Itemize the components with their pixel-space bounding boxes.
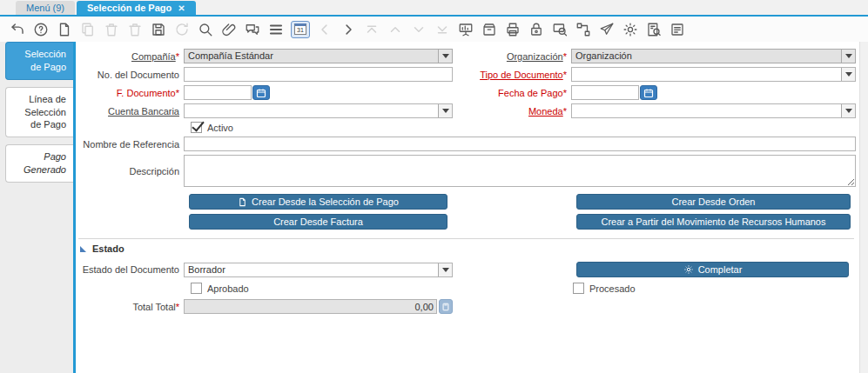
note-icon [238, 197, 247, 207]
calculator-button [439, 299, 453, 314]
close-tab-icon[interactable]: ✕ [178, 3, 185, 13]
delete-selection-icon [126, 21, 144, 38]
sidebar-tab-pago-generado[interactable]: Pago Generado [5, 144, 73, 183]
f-documento-input[interactable] [184, 85, 252, 100]
save-icon[interactable] [150, 21, 167, 38]
label-nombre-referencia: Nombre de Referencia [78, 139, 179, 150]
compania-select: Compañía Estándar [184, 49, 453, 63]
label-estado-documento: Estado del Documento [78, 264, 179, 275]
procesado-checkbox[interactable] [573, 283, 584, 294]
send-icon[interactable] [598, 21, 616, 38]
crear-desde-orden-button[interactable]: Crear Desde Orden [576, 194, 851, 210]
chevron-down-icon [438, 263, 452, 276]
collapse-group-icon[interactable] [80, 246, 86, 252]
crear-desde-rrhh-button[interactable]: Crear a Partir del Movimiento de Recurso… [576, 214, 851, 230]
total-input [184, 299, 437, 314]
report-icon[interactable] [457, 21, 474, 38]
chevron-down-icon [438, 50, 452, 63]
tab-menu[interactable]: Menú (9) [16, 1, 75, 15]
new-record-icon[interactable] [56, 21, 73, 38]
estado-documento-select[interactable]: Borrador [184, 263, 453, 277]
chevron-down-icon [438, 104, 452, 117]
refresh-icon [173, 21, 191, 38]
window-tab-bar: Menú (9) Selección de Pago ✕ [0, 0, 868, 15]
label-moneda[interactable]: Moneda* [457, 106, 567, 117]
help-icon[interactable] [32, 21, 50, 38]
find-icon[interactable] [197, 21, 214, 38]
tab-sidebar: Selección de Pago Línea de Selección de … [0, 42, 73, 373]
tipo-documento-select[interactable] [571, 67, 856, 82]
crear-desde-seleccion-button[interactable]: Crear Desde la Selección de Pago [189, 194, 447, 210]
label-descripcion: Descripción [78, 166, 179, 177]
activo-label: Activo [207, 123, 233, 133]
crear-desde-factura-button[interactable]: Crear Desde Factura [189, 214, 447, 230]
label-compania[interactable]: Compañía* [78, 51, 179, 62]
scrollbar[interactable] [859, 42, 868, 373]
last-record-icon [434, 21, 451, 38]
moneda-select[interactable] [571, 103, 856, 118]
activo-checkbox[interactable] [191, 122, 202, 133]
label-fecha-pago: Fecha de Pago* [457, 88, 567, 98]
chat-icon[interactable] [244, 21, 261, 38]
first-record-icon [363, 21, 380, 38]
next-record-icon[interactable] [340, 21, 357, 38]
aprobado-label: Aprobado [207, 283, 249, 294]
report-view-icon[interactable] [669, 21, 686, 38]
no-documento-input[interactable] [184, 67, 453, 82]
workflow-icon[interactable] [575, 21, 592, 38]
delete-record-icon [103, 21, 120, 38]
zoom-across-icon[interactable] [551, 21, 569, 38]
detail-record-icon [410, 21, 427, 38]
chevron-down-icon [841, 104, 855, 117]
calendar-glyph: 31 [294, 23, 306, 35]
lock-icon[interactable] [528, 21, 545, 38]
undo-icon[interactable] [9, 21, 26, 38]
preference-icon[interactable] [622, 21, 639, 38]
chevron-down-icon [841, 68, 855, 81]
gear-icon [683, 264, 694, 275]
aprobado-checkbox[interactable] [191, 283, 202, 294]
label-cuenta-bancaria[interactable]: Cuenta Bancaria [78, 106, 179, 117]
cuenta-bancaria-select[interactable] [184, 103, 453, 118]
copy-record-icon [79, 21, 97, 38]
f-documento-calendar-button[interactable] [252, 85, 270, 100]
nombre-referencia-input[interactable] [184, 137, 856, 151]
tab-seleccion-de-pago[interactable]: Selección de Pago ✕ [77, 1, 196, 15]
archive-icon[interactable] [481, 21, 498, 38]
estado-group-title: Estado [92, 243, 124, 254]
parent-record-icon [387, 21, 404, 38]
previous-record-icon [316, 21, 333, 38]
descripcion-textarea[interactable] [184, 155, 856, 187]
calendar-icon[interactable]: 31 [291, 21, 310, 38]
completar-button[interactable]: Completar [576, 262, 849, 277]
label-f-documento: F. Documento* [78, 88, 179, 98]
form-panel: Compañía* Compañía Estándar Organización… [76, 42, 868, 373]
print-icon[interactable] [504, 21, 521, 38]
organizacion-select: Organización [571, 49, 856, 63]
label-no-documento: No. del Documento [78, 70, 179, 80]
label-total: Total Total* [78, 302, 179, 312]
toolbar: 31 [0, 17, 868, 42]
estado-group: Estado Estado del Documento Borrador Com… [78, 238, 854, 314]
attachment-icon[interactable] [220, 21, 238, 38]
archive-viewer-icon[interactable] [645, 21, 663, 38]
fecha-pago-input[interactable] [571, 85, 639, 100]
label-tipo-documento[interactable]: Tipo de Documento* [457, 70, 567, 80]
sidebar-tab-seleccion-de-pago[interactable]: Selección de Pago [5, 42, 73, 80]
chevron-down-icon [841, 50, 855, 63]
fecha-pago-calendar-button[interactable] [640, 85, 657, 100]
procesado-label: Procesado [589, 283, 636, 294]
label-organizacion[interactable]: Organización* [457, 51, 567, 62]
sidebar-tab-linea-de-seleccion[interactable]: Línea de Selección de Pago [5, 87, 73, 138]
grid-toggle-icon[interactable] [267, 21, 285, 38]
